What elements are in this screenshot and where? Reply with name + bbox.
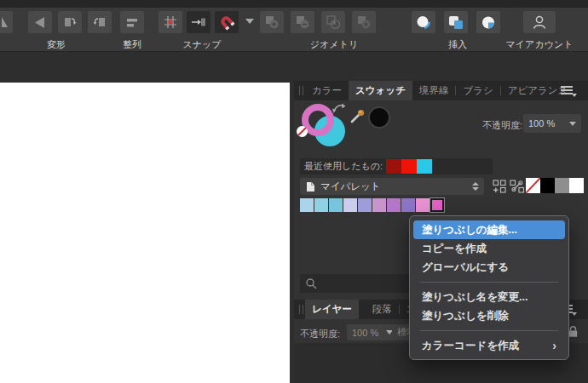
menu-item-edit-fill[interactable]: 塗りつぶしの編集... — [413, 220, 565, 239]
toolbar-group-label-snap: スナップ — [182, 38, 221, 51]
palette-stepper-icon — [472, 182, 479, 191]
geometry-intersect-button[interactable] — [321, 11, 345, 33]
flip-vertical-icon — [32, 14, 49, 31]
palette-swatch[interactable] — [387, 198, 401, 212]
palette-swatch[interactable] — [343, 198, 357, 212]
snap-grid-icon — [163, 14, 178, 30]
panel-drag-handle[interactable] — [299, 305, 303, 314]
menu-item-label: 塗りつぶし名を変更... — [422, 288, 527, 306]
palette-swatch[interactable] — [329, 198, 343, 212]
menu-item-create-color-code[interactable]: カラーコードを作成 › — [413, 336, 565, 355]
swatch-black[interactable] — [540, 178, 555, 193]
snap-move-button[interactable] — [187, 11, 210, 33]
eyedropper-icon[interactable] — [349, 107, 366, 128]
menu-item-label: グローバルにする — [422, 258, 509, 277]
menu-item-label: カラーコードを作成 — [422, 336, 519, 355]
palette-swatch[interactable] — [401, 198, 415, 212]
swatch-gray[interactable] — [555, 178, 569, 193]
recent-swatch[interactable] — [401, 159, 417, 174]
swatches-tabbar: カラー スウォッチ 境界線 ブラシ アピアランス — [294, 81, 588, 100]
swatches-panel-menu-icon[interactable] — [561, 86, 573, 96]
panel-drag-handle[interactable] — [299, 86, 303, 95]
flip-horizontal-icon — [0, 14, 9, 31]
palette-swatch-selected[interactable] — [430, 198, 444, 212]
menu-item-make-global[interactable]: グローバルにする — [413, 258, 565, 277]
align-button[interactable] — [120, 11, 144, 33]
menu-item-create-copy[interactable]: コピーを作成 — [413, 239, 565, 258]
layers-opacity-value: 100 % — [352, 328, 378, 338]
palette-file-icon — [306, 181, 315, 192]
link-swatch-icon[interactable] — [510, 180, 525, 193]
toolbar-group-label-transform: 変形 — [47, 38, 66, 51]
rotate-cw-button[interactable] — [88, 11, 112, 33]
window-title-strip — [0, 0, 588, 8]
palette-selector[interactable]: マイパレット — [300, 178, 484, 195]
toolbar-group-label-align: 整列 — [123, 38, 141, 51]
swap-fill-stroke-icon[interactable] — [331, 101, 346, 117]
rotate-ccw-button[interactable] — [58, 11, 82, 33]
insert-behind-icon — [415, 14, 432, 31]
swatches-opacity-value: 100 % — [528, 118, 555, 129]
palette-name: マイパレット — [320, 180, 381, 193]
toolbar-group-label-geometry: ジオメトリ — [310, 38, 358, 51]
tab-stroke[interactable]: 境界線 — [412, 81, 456, 100]
swatches-opacity-dropdown[interactable]: 100 % — [523, 114, 581, 133]
main-toolbar: 変形 整列 — [0, 0, 588, 52]
snap-grid-button[interactable] — [159, 11, 182, 33]
geometry-divide-icon — [356, 14, 372, 30]
swatch-white[interactable] — [569, 178, 584, 193]
palette-swatch[interactable] — [314, 198, 328, 212]
insert-inside-button[interactable] — [476, 11, 500, 33]
secondary-color-well[interactable] — [370, 108, 389, 127]
insert-behind-button[interactable] — [412, 11, 435, 33]
layers-opacity-dropdown[interactable]: 100 % — [347, 324, 398, 340]
tab-brush[interactable]: ブラシ — [456, 81, 499, 100]
geometry-add-button[interactable] — [260, 11, 284, 33]
palette-swatch[interactable] — [372, 198, 386, 212]
recent-swatch[interactable] — [417, 159, 432, 174]
tab-swatches[interactable]: スウォッチ — [349, 81, 412, 100]
recently-used-bar: 最近使用したもの: — [300, 158, 493, 174]
flip-vertical-button[interactable] — [28, 11, 52, 33]
app-window: 変形 整列 — [0, 0, 588, 383]
toolbar-group-label-insert: 挿入 — [448, 38, 467, 51]
insert-inside-icon — [480, 14, 497, 31]
geometry-divide-button[interactable] — [352, 11, 376, 33]
menu-item-rename-fill[interactable]: 塗りつぶし名を変更... — [413, 288, 565, 306]
snap-move-icon — [191, 16, 206, 28]
layers-opacity-label: 不透明度: — [300, 328, 340, 340]
palette-swatch[interactable] — [358, 198, 372, 212]
recent-swatch[interactable] — [386, 159, 401, 174]
menu-item-label: 塗りつぶしの編集... — [422, 220, 517, 239]
geometry-add-icon — [264, 14, 280, 30]
menu-item-delete-fill[interactable]: 塗りつぶしを削除 — [413, 306, 565, 325]
swatch-no-fill[interactable] — [526, 178, 540, 193]
my-account-button[interactable] — [523, 11, 556, 33]
submenu-arrow-icon: › — [552, 336, 556, 355]
geometry-subtract-button[interactable] — [291, 11, 314, 33]
swatch-context-menu: 塗りつぶしの編集... コピーを作成 グローバルにする 塗りつぶし名を変更...… — [409, 215, 569, 360]
document-canvas[interactable] — [0, 83, 290, 383]
flip-horizontal-button[interactable] — [0, 11, 13, 33]
palette-swatch[interactable] — [300, 198, 314, 212]
toolbar-group-label-account: マイアカウント — [506, 38, 574, 51]
menu-separator — [420, 282, 558, 283]
palette-swatch[interactable] — [416, 198, 429, 212]
tab-paragraph[interactable]: 段落 — [366, 300, 399, 319]
add-swatch-icon[interactable] — [493, 180, 507, 193]
rotate-cw-icon — [92, 14, 107, 30]
recently-used-label: 最近使用したもの: — [300, 160, 386, 173]
tab-layers[interactable]: レイヤー — [305, 300, 359, 319]
snap-options-caret[interactable] — [245, 19, 254, 24]
align-icon — [124, 14, 140, 30]
rotate-ccw-icon — [62, 14, 78, 30]
no-fill-badge[interactable] — [297, 126, 308, 137]
insert-above-button[interactable] — [444, 11, 468, 33]
magnet-icon — [215, 10, 239, 34]
snap-magnet-button[interactable] — [215, 11, 239, 33]
geometry-intersect-icon — [326, 14, 341, 30]
geometry-subtract-icon — [295, 14, 310, 30]
search-icon — [305, 277, 318, 290]
insert-above-icon — [447, 14, 464, 31]
tab-color[interactable]: カラー — [305, 81, 349, 100]
